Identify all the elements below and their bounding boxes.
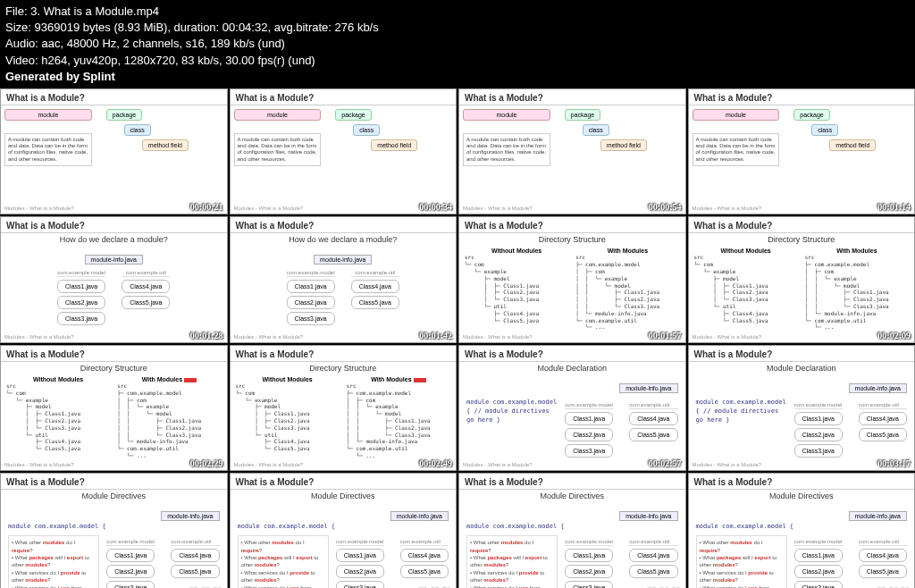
file-label: File: — [5, 4, 28, 18]
timestamp: 00:01:14 — [877, 202, 911, 212]
thumbnail: What is a Module? Directory Structure Wi… — [458, 216, 686, 343]
thumbnail: What is a Module? Module Declaration mod… — [688, 345, 916, 472]
thumbnail: What is a Module? Directory Structure Wi… — [0, 345, 228, 472]
thumbnail: What is a Module? How do we declare a mo… — [0, 216, 228, 343]
thumbnail: What is a Module? Directory Structure Wi… — [688, 216, 916, 343]
metadata-header: File: 3. What is a Module.mp4 Size: 9369… — [0, 0, 915, 88]
file-value: 3. What is a Module.mp4 — [30, 4, 159, 18]
tree-with: src ├─ com.example.model │ ├─ com │ │ └─… — [575, 254, 679, 331]
timestamp: 00:03:17 — [877, 458, 911, 468]
thumbnail: What is a Module? module A module can co… — [0, 88, 228, 215]
tree-without: src └─ com └─ example ├─ model │ ├─ Clas… — [465, 254, 568, 323]
info-box: A module can contain both code and data.… — [4, 133, 92, 166]
timestamp: 00:01:57 — [649, 331, 682, 340]
bullets: • What other modules do I require?• What… — [8, 535, 99, 588]
generator: Generated by Splint — [5, 69, 910, 85]
size-value: 9369019 bytes (8.93 MiB), duration: 00:0… — [35, 21, 379, 34]
node-module: module — [4, 109, 92, 121]
thumbnail: What is a Module? Module Directives modu… — [688, 473, 916, 588]
video-value: h264, yuv420p, 1280x720, 83 kb/s, 30.00 … — [41, 54, 315, 67]
timestamp: 00:02:49 — [419, 458, 452, 468]
timestamp: 00:01:42 — [419, 331, 452, 340]
thumbnail: What is a Module? Module Directives modu… — [458, 473, 686, 588]
module-info-tag: module-info.java — [85, 255, 143, 265]
node-method: method field — [142, 139, 189, 151]
timestamp: 00:00:34 — [419, 202, 452, 212]
audio-label: Audio: — [5, 37, 38, 50]
thumbnail: What is a Module? module A module can co… — [688, 88, 916, 215]
thumbnail: What is a Module? module A module can co… — [458, 88, 686, 215]
thumbnail: What is a Module? How do we declare a mo… — [230, 216, 458, 343]
timestamp: 00:00:54 — [649, 202, 682, 212]
timestamp: 00:02:57 — [649, 458, 682, 468]
audio-value: aac, 48000 Hz, 2 channels, s16, 189 kb/s… — [42, 37, 285, 50]
timestamp: 00:01:28 — [190, 331, 223, 340]
footer-tag: Modules - What is a Module? — [4, 206, 74, 211]
node-class: class — [124, 124, 151, 136]
thumbnail: What is a Module? Module Directives modu… — [0, 473, 228, 588]
node-package: package — [106, 109, 142, 121]
size-label: Size: — [5, 21, 31, 34]
timestamp: 00:00:21 — [190, 202, 223, 212]
timestamp: 00:02:09 — [877, 331, 911, 340]
video-label: Video: — [5, 54, 38, 67]
slide-title: What is a Module? — [1, 89, 227, 105]
thumbnail-grid: What is a Module? module A module can co… — [0, 88, 915, 588]
thumbnail: What is a Module? Directory Structure Wi… — [230, 345, 458, 472]
highlight-mark — [184, 378, 197, 382]
thumbnail: What is a Module? module A module can co… — [230, 88, 458, 215]
thumbnail: What is a Module? Module Declaration mod… — [458, 345, 686, 472]
code-block: module com.example.model { // module dir… — [466, 399, 558, 458]
thumbnail: What is a Module? Module Directives modu… — [230, 473, 458, 588]
timestamp: 00:02:29 — [190, 458, 223, 468]
